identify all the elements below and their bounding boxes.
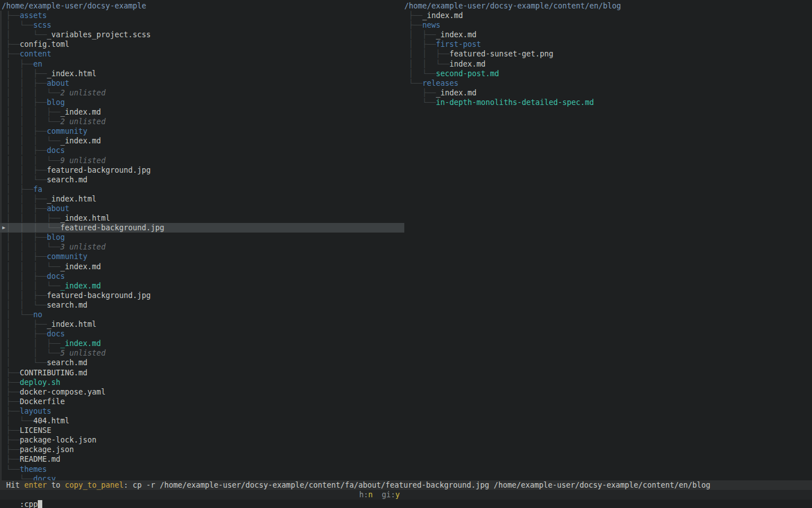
tree-row[interactable]: │ └──second-post.md	[403, 69, 812, 78]
entry-name: CONTRIBUTING.md	[20, 369, 87, 377]
tree-branch-lines: │ └──	[2, 21, 33, 29]
tree-branch-lines: │ │ ├──	[2, 204, 47, 213]
entry-name: blog	[47, 98, 65, 107]
tree-row[interactable]: │ └──404.html	[0, 416, 404, 426]
tree-branch-lines: │ ├──	[404, 40, 436, 49]
tree-row[interactable]: │ │ └──search.md	[0, 300, 404, 310]
tree-row[interactable]: │ │ ├──docs	[0, 271, 404, 281]
tree-row[interactable]: └──releases	[403, 78, 812, 88]
entry-name: docs	[47, 272, 65, 281]
tree-branch-lines: │ │ │ └──	[2, 282, 60, 290]
entry-name: search.md	[47, 176, 87, 184]
tree-row[interactable]: │ │ │ ├──_index.html	[0, 213, 404, 223]
tree-row[interactable]: │ └──no	[0, 310, 404, 319]
unlisted-count: 2 unlisted	[60, 89, 105, 97]
tree-row[interactable]: │ │ └──search.md	[0, 175, 404, 185]
tree-row[interactable]: ├──news	[403, 20, 812, 30]
entry-name: config.toml	[20, 40, 69, 49]
tree-row[interactable]: │ │ ├──blog	[0, 98, 404, 107]
tree-row[interactable]: │ │ │ └──3 unlisted	[0, 242, 404, 252]
tree-row[interactable]: │ │ │ ├──_index.md	[0, 107, 404, 117]
tree-row[interactable]: │ │ ├──_index.md	[0, 339, 404, 348]
tree-row[interactable]: ├──_index.md	[403, 11, 812, 20]
tree-branch-lines: └──	[404, 79, 422, 87]
tree-row[interactable]: ├──package-lock.json	[0, 435, 404, 445]
command-input-bar[interactable]: :cpp h:n gi:y	[0, 490, 812, 500]
tree-row[interactable]: ▶ │ │ │ └──featured-background.jpg	[0, 223, 404, 233]
tree-row[interactable]: │ ├──_index.md	[403, 30, 812, 40]
flag-key: h:	[359, 491, 368, 499]
tree-row[interactable]: │ │ ├──community	[0, 252, 404, 261]
entry-name: _index.md	[60, 137, 101, 145]
tree-branch-lines: │ │ └──	[404, 60, 449, 68]
tree-branch-lines: │ │ ├──	[2, 127, 47, 135]
tree-row[interactable]: ├──CONTRIBUTING.md	[0, 368, 404, 378]
tree-row[interactable]: │ │ │ └──2 unlisted	[0, 117, 404, 126]
tree-branch-lines: │ └──	[2, 417, 33, 425]
tree-branch-lines: │ │ │ └──	[2, 117, 60, 126]
tree-row[interactable]: │ └──search.md	[0, 358, 404, 367]
tree-row[interactable]: │ │ ├──featured-background.jpg	[0, 165, 404, 175]
tree-row[interactable]: │ │ │ └──_index.md	[0, 136, 404, 146]
tree-row[interactable]: ├──deploy.sh	[0, 378, 404, 387]
panel-header-path[interactable]: /home/example-user/docsy-example	[0, 1, 404, 11]
tree-branch-lines: │ │ │ ├──	[2, 214, 60, 222]
tree-row[interactable]: │ │ │ └──2 unlisted	[0, 88, 404, 98]
tree-row[interactable]: └──themes	[0, 465, 404, 474]
tree-branch-lines: │ │ ├──	[2, 252, 47, 261]
tree-row[interactable]: │ │ ├──about	[0, 204, 404, 213]
tree-row[interactable]: │ ├──fa	[0, 185, 404, 194]
tree-branch-lines: ├──	[404, 21, 422, 29]
tree-row[interactable]: ├──README.md	[0, 454, 404, 464]
tree-row[interactable]: ├──Dockerfile	[0, 397, 404, 406]
flag-value: y	[395, 491, 400, 499]
command-input-value[interactable]: :cpp	[20, 500, 38, 508]
tree-row[interactable]: │ ├──docs	[0, 329, 404, 339]
tree-row[interactable]: ├──_index.md	[403, 88, 812, 98]
tree-row[interactable]: │ │ └──index.md	[403, 59, 812, 69]
tree-row[interactable]: │ ├──_index.html	[0, 319, 404, 329]
tree-branch-lines: ├──	[2, 369, 20, 377]
tree-branch-lines: │ ├──	[404, 30, 436, 39]
tree-row[interactable]: ├──content	[0, 49, 404, 59]
tree-row[interactable]: │ │ ├──featured-sunset-get.png	[403, 49, 812, 59]
tree-row[interactable]: │ │ ├──featured-background.jpg	[0, 291, 404, 300]
tree-row[interactable]: ├──package.json	[0, 445, 404, 454]
tree-row[interactable]: │ │ ├──community	[0, 126, 404, 136]
panel-header-path[interactable]: /home/example-user/docsy-example/content…	[403, 1, 812, 11]
entry-name: package.json	[20, 445, 74, 454]
tree-row[interactable]: ├──layouts	[0, 406, 404, 416]
entry-name: featured-sunset-get.png	[449, 50, 553, 58]
tree-row[interactable]: │ │ ├──about	[0, 78, 404, 88]
tree-row[interactable]: │ │ │ └──_index.md	[0, 262, 404, 271]
tree-row[interactable]: ├──config.toml	[0, 40, 404, 49]
status-text: cp -r /home/example-user/docsy-example/c…	[133, 481, 710, 489]
tree-row[interactable]: │ ├──first-post	[403, 40, 812, 49]
tree-row[interactable]: ├──LICENSE	[0, 426, 404, 435]
tree-row[interactable]: └──in-depth-monoliths-detailed-spec.md	[403, 98, 812, 107]
tree-row[interactable]: │ │ ├──_index.html	[0, 69, 404, 78]
tree-row[interactable]: │ └──scss	[0, 20, 404, 30]
tree-row[interactable]: │ └──_variables_project.scss	[0, 30, 404, 40]
status-keyword: copy_to_panel	[65, 481, 123, 489]
tree-row[interactable]: │ ├──en	[0, 59, 404, 69]
status-keyword: enter	[24, 481, 47, 489]
tree-branch-lines: │ │ ├──	[2, 272, 47, 281]
tree-branch-lines: ├──	[2, 445, 20, 454]
tree-row[interactable]: │ │ │ └──9 unlisted	[0, 156, 404, 165]
tree-row[interactable]: │ │ ├──docs	[0, 146, 404, 155]
tree-row[interactable]: ├──assets	[0, 11, 404, 20]
entry-name: fa	[33, 185, 42, 194]
tree-row[interactable]: │ │ ├──_index.html	[0, 194, 404, 204]
entry-name: _index.html	[47, 320, 96, 329]
tree-row[interactable]: │ │ └──5 unlisted	[0, 348, 404, 358]
flag-value: n	[368, 491, 382, 499]
tree-row[interactable]: ├──docker-compose.yaml	[0, 387, 404, 397]
entry-name: scss	[33, 21, 51, 29]
tree-row[interactable]: │ │ │ └──_index.md	[0, 281, 404, 291]
tree-branch-lines: │ └──	[2, 310, 33, 319]
tree-branch-lines: │ │ └──	[2, 301, 47, 309]
entry-name: deploy.sh	[20, 378, 60, 387]
entry-name: _index.html	[60, 214, 110, 222]
tree-row[interactable]: │ │ ├──blog	[0, 233, 404, 242]
